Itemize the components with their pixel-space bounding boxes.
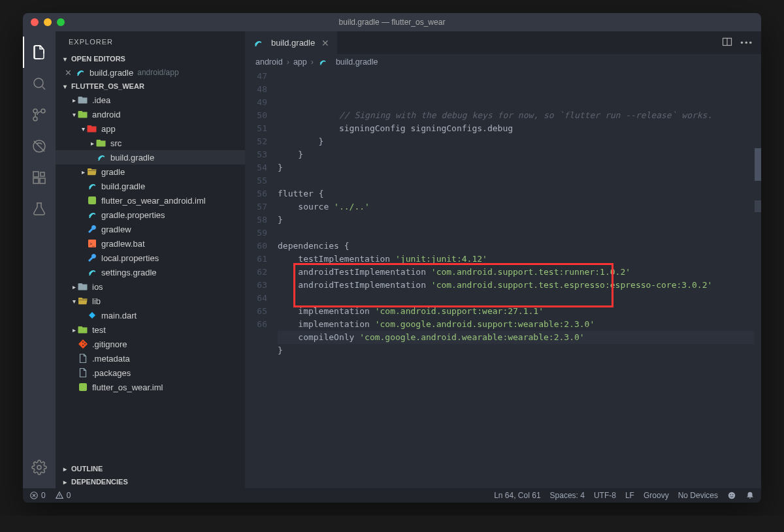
tree-item[interactable]: ▸ios xyxy=(56,279,245,294)
split-editor-icon[interactable] xyxy=(722,37,732,49)
more-actions-icon[interactable]: ••• xyxy=(740,38,753,48)
tree-item[interactable]: >_gradlew.bat xyxy=(56,236,245,251)
status-devices[interactable]: No Devices xyxy=(678,491,718,500)
tree-item[interactable]: .packages xyxy=(56,366,245,380)
status-spaces[interactable]: Spaces: 4 xyxy=(550,491,585,500)
git-icon xyxy=(78,339,88,349)
gradle-icon xyxy=(96,152,106,163)
tree-item[interactable]: .gitignore xyxy=(56,337,245,351)
breadcrumb-item[interactable]: app xyxy=(293,57,307,67)
chevron-right-icon: › xyxy=(287,57,289,67)
minimap-thumb[interactable] xyxy=(755,148,761,181)
folder-app-icon xyxy=(87,123,97,134)
code-editor[interactable]: 4748495051525354555657585960616263646566… xyxy=(245,70,761,488)
tree-item[interactable]: build.gradle xyxy=(56,179,245,193)
test-icon[interactable] xyxy=(23,193,56,225)
svg-point-3 xyxy=(33,109,37,113)
source-control-icon[interactable] xyxy=(23,99,56,131)
chevron-icon[interactable]: ▾ xyxy=(70,298,78,305)
chevron-icon[interactable]: ▸ xyxy=(79,168,87,176)
minimize-window-button[interactable] xyxy=(44,18,52,26)
close-editor-icon[interactable]: ✕ xyxy=(65,68,75,78)
extensions-icon[interactable] xyxy=(23,162,56,193)
file-icon xyxy=(78,368,88,378)
svg-rect-8 xyxy=(41,172,44,176)
outline-header[interactable]: ▸ OUTLINE xyxy=(56,462,245,475)
tree-item-label: settings.gradle xyxy=(101,268,157,277)
tree-item[interactable]: ▾lib xyxy=(56,294,245,308)
tree-item-label: .gitignore xyxy=(92,339,127,349)
tree-item[interactable]: settings.gradle xyxy=(56,265,245,279)
folder-android-icon xyxy=(78,324,88,335)
green-icon xyxy=(78,382,88,392)
tree-item[interactable]: main.dart xyxy=(56,308,245,322)
close-tab-icon[interactable]: ✕ xyxy=(321,38,329,48)
tree-item[interactable]: ▸test xyxy=(56,322,245,337)
open-editors-header[interactable]: ▾ OPEN EDITORS xyxy=(56,52,245,65)
tree-item[interactable]: build.gradle xyxy=(56,150,245,164)
workspace-header[interactable]: ▾ FLUTTER_OS_WEAR xyxy=(56,80,245,93)
tree-item-label: .metadata xyxy=(92,354,130,364)
status-warnings[interactable]: 0 xyxy=(55,491,71,500)
breadcrumbs[interactable]: android › app › build.gradle xyxy=(245,54,761,70)
explorer-icon[interactable] xyxy=(23,37,56,68)
chevron-icon[interactable]: ▾ xyxy=(79,125,87,133)
gradle-icon xyxy=(87,210,97,220)
gradle-icon xyxy=(87,181,97,191)
tree-item-label: .packages xyxy=(92,368,131,378)
tree-item[interactable]: ▾android xyxy=(56,107,245,121)
svg-rect-13 xyxy=(79,383,87,391)
tree-item-label: src xyxy=(110,138,122,148)
tree-item-label: gradle xyxy=(101,167,125,177)
chevron-icon[interactable]: ▸ xyxy=(70,97,78,104)
status-line-col[interactable]: Ln 64, Col 61 xyxy=(494,491,540,500)
minimap[interactable] xyxy=(755,70,761,488)
wrench-icon xyxy=(87,253,97,263)
close-window-button[interactable] xyxy=(31,18,39,26)
tree-item[interactable]: flutter_os_wear_android.iml xyxy=(56,193,245,208)
tree-item[interactable]: ▾app xyxy=(56,121,245,136)
dart-icon xyxy=(87,310,97,321)
tree-item[interactable]: .metadata xyxy=(56,351,245,366)
sidebar: EXPLORER ▾ OPEN EDITORS ✕ build.gradle a… xyxy=(56,31,245,488)
status-eol[interactable]: LF xyxy=(625,491,634,500)
tree-item[interactable]: gradle.properties xyxy=(56,208,245,222)
titlebar[interactable]: build.gradle — flutter_os_wear xyxy=(23,13,761,31)
folder-open-icon xyxy=(87,166,97,177)
maximize-window-button[interactable] xyxy=(57,18,65,26)
tabs-row: build.gradle ✕ ••• xyxy=(245,31,761,54)
activity-bar xyxy=(23,31,56,488)
status-errors[interactable]: 0 xyxy=(29,491,46,500)
svg-point-0 xyxy=(34,78,43,87)
file-tree[interactable]: ▸.idea▾android▾app▸srcbuild.gradle▸gradl… xyxy=(56,93,245,462)
settings-gear-icon[interactable] xyxy=(23,452,56,483)
code-content[interactable]: // Signing with the debug keys for now, … xyxy=(278,70,761,488)
tree-item-label: gradlew xyxy=(101,225,131,234)
chevron-icon[interactable]: ▾ xyxy=(70,111,78,118)
tree-item[interactable]: gradlew xyxy=(56,222,245,236)
chevron-icon[interactable]: ▸ xyxy=(88,140,96,147)
minimap-mark xyxy=(755,200,761,212)
tree-item[interactable]: ▸gradle xyxy=(56,164,245,179)
tree-item[interactable]: local.properties xyxy=(56,251,245,265)
debug-icon[interactable] xyxy=(23,131,56,162)
tree-item[interactable]: flutter_os_wear.iml xyxy=(56,380,245,394)
chevron-down-icon: ▾ xyxy=(61,83,69,90)
chevron-right-icon: › xyxy=(311,57,314,67)
status-language[interactable]: Groovy xyxy=(644,491,669,500)
tree-item[interactable]: ▸src xyxy=(56,136,245,150)
chevron-icon[interactable]: ▸ xyxy=(70,283,78,290)
tab-build-gradle[interactable]: build.gradle ✕ xyxy=(245,31,337,54)
gradle-icon xyxy=(318,57,328,67)
open-editor-item[interactable]: ✕ build.gradle android/app xyxy=(56,65,245,80)
search-icon[interactable] xyxy=(23,68,56,99)
orange-icon: >_ xyxy=(87,238,97,249)
breadcrumb-item[interactable]: build.gradle xyxy=(336,57,378,67)
dependencies-header[interactable]: ▸ DEPENDENCIES xyxy=(56,475,245,488)
status-bell-icon[interactable] xyxy=(745,491,755,500)
chevron-icon[interactable]: ▸ xyxy=(70,326,78,334)
tree-item[interactable]: ▸.idea xyxy=(56,93,245,107)
status-feedback-icon[interactable] xyxy=(727,491,736,500)
breadcrumb-item[interactable]: android xyxy=(255,57,283,67)
status-encoding[interactable]: UTF-8 xyxy=(594,491,616,500)
